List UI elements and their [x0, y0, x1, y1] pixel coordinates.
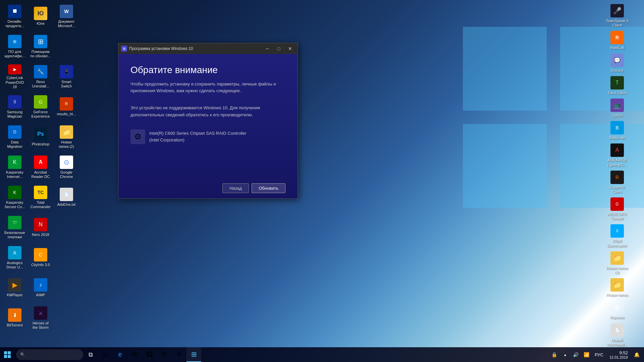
notifications-icon[interactable]: 🔔 [632, 347, 641, 362]
icon-img-kmplayer: ▶ [8, 278, 21, 292]
volume-icon[interactable]: 🔊 [571, 347, 581, 362]
desktop-icon-xsplit[interactable]: XXSplit Gamecaster [593, 223, 641, 249]
desktop-icon-addons[interactable]: 📄AddOns.txt [54, 184, 78, 211]
icon-img-auslogics: A [8, 246, 21, 259]
desktop-icon-totalcmd[interactable]: TCTotal Commander [29, 184, 53, 211]
desktop-icon-bittorrent[interactable]: ⬇BitTorrent [3, 304, 27, 332]
icon-label-revo: Revo Uninstall... [30, 80, 51, 88]
desktop-icon-smartswitch[interactable]: 📱Smart Switch [54, 63, 78, 90]
clock-time: 9:52 [609, 350, 628, 355]
desktop-icons-area: 🅰Онлайн-продукта...ЮЮляWДокумент Microso… [0, 0, 77, 275]
icon-label-kaspersky2: Kaspersky Secure Co... [4, 200, 25, 209]
network-wifi-icon[interactable]: 📶 [582, 347, 591, 362]
desktop-icon-discord[interactable]: 💬Discord [593, 52, 641, 74]
icon-label-addons: AddOns.txt [57, 202, 75, 207]
search-icon: 🔍 [20, 352, 25, 357]
desktop-icon-auslogics[interactable]: AAuslogics Driver U... [3, 244, 27, 272]
icon-img-twitch: 📺 [610, 99, 624, 112]
desktop-icon-acrobat[interactable]: AAcrobat Reader DC [29, 154, 53, 181]
icon-label-kmplayer: KMPlayer [7, 293, 23, 297]
desktop-icon-chrome[interactable]: ⊙Google Chrome [54, 154, 78, 181]
desktop-icon-julia[interactable]: ЮЮля [29, 3, 53, 30]
icon-img-nero: N [34, 218, 47, 231]
desktop-icon-aura[interactable]: AAURA RGB Lighting C... [593, 142, 641, 168]
desktop-icon-cyberlink[interactable]: ▶CyberLink PowerDVD 18 [3, 63, 27, 90]
desktop-icon-battlenet[interactable]: BBattle.net [593, 120, 641, 141]
desktop-icon-tukui[interactable]: TTukui Client [593, 75, 641, 97]
desktop-icon-word[interactable]: WДокумент Microsof... [54, 3, 78, 30]
taskbar-photos[interactable]: 🖼 [142, 347, 157, 362]
taskbar-store[interactable]: 🛍 [127, 347, 142, 362]
incompatible-device-item: ⚙ Intel(R) C600 Series Chipset SAS RAID … [130, 127, 285, 147]
desktop-icon-data[interactable]: DData Migration [3, 123, 27, 151]
desktop-icon-asusgpu[interactable]: GASUS GPU Tweakll [593, 196, 641, 222]
icon-label-aimp: AIMP [36, 293, 45, 297]
dialog-maximize-button[interactable]: □ [274, 44, 283, 53]
icon-label-twitch: Twitch [612, 113, 622, 118]
taskbar-search[interactable]: 🔍 [16, 349, 83, 360]
device-info: Intel(R) C600 Series Chipset SAS RAID Co… [149, 130, 247, 143]
icon-img-acrobat: A [34, 156, 47, 169]
desktop-icon-raiderio[interactable]: RRaiderIO Client [593, 169, 641, 195]
icon-img-folder-new: 📁 [60, 125, 73, 139]
start-button[interactable] [0, 347, 15, 362]
system-clock[interactable]: 9:52 12.01.2019 [607, 350, 631, 359]
icon-label-kaspersky: Kaspersky Internet... [4, 170, 25, 179]
icon-label-bittorrent: BitTorrent [7, 323, 22, 327]
desktop-icon-newfolder3[interactable]: 📁Новая папка (3) [593, 250, 641, 276]
desktop-icon-windows-helper[interactable]: ⊞Помощник по обновл... [29, 33, 53, 60]
icon-img-tukui: T [610, 76, 624, 89]
device-vendor: (Intel Corporation) [149, 137, 247, 143]
taskbar-apps: ⧉ 🗂 e 🛍 🖼 ⊙ ✈ ⊞ [83, 347, 550, 362]
dialog-minimize-button[interactable]: ─ [263, 44, 272, 53]
desktop-icon-revo[interactable]: 🔧Revo Uninstall... [29, 63, 53, 90]
desktop-icon-bezop[interactable]: 🛡Безопасные платежи [3, 214, 27, 241]
desktop-icon-kaspersky2[interactable]: KKaspersky Secure Co... [3, 184, 27, 211]
taskbar-windows-setup[interactable]: ⊞ [186, 347, 201, 362]
desktop-icon-cityinfo[interactable]: CCityInfo 3.0 [29, 244, 53, 272]
icon-label-raiderio: RaiderIO Client [606, 185, 629, 194]
desktop-icon-kmplayer[interactable]: ▶KMPlayer [3, 274, 27, 302]
language-indicator[interactable]: РУС [593, 352, 605, 357]
icon-label-newtxt: Новый текстовый... [606, 338, 629, 347]
tray-up-arrow[interactable]: ▲ [560, 347, 570, 362]
desktop-icon-newtxt[interactable]: 📄Новый текстовый... [593, 322, 641, 348]
desktop-icon-aimp[interactable]: ♪AIMP [29, 274, 53, 302]
svg-rect-7 [8, 355, 11, 358]
taskbar-telegram[interactable]: ✈ [172, 347, 186, 362]
desktop-icon-photoshop[interactable]: PsPhotoshop [29, 123, 53, 151]
icon-img-geforce: G [34, 95, 47, 109]
icon-img-photoshop: Ps [34, 127, 47, 141]
network-icon[interactable]: 🔒 [550, 347, 559, 362]
icon-img-addons: 📄 [60, 188, 73, 201]
desktop-icon-kaspersky[interactable]: KKaspersky Internet... [3, 154, 27, 181]
desktop-icon-recycle[interactable]: 🗑Корзина [593, 299, 641, 321]
desktop-icon-raidcall[interactable]: RRaidCall [593, 29, 641, 51]
desktop-icon-nero[interactable]: NNero 2018 [29, 214, 53, 241]
icon-label-photoshop: Photoshop [32, 142, 50, 146]
taskbar-explorer[interactable]: 🗂 [98, 347, 113, 362]
dialog-title-text: Программа установки Windows 10 [129, 46, 261, 51]
task-view-button[interactable]: ⧉ [83, 347, 98, 362]
back-button[interactable]: Назад [222, 183, 249, 193]
icon-label-acrobat: Acrobat Reader DC [30, 170, 51, 179]
icon-img-chrome: ⊙ [60, 156, 73, 169]
desktop-icon-online-product[interactable]: 🅰Онлайн-продукта... [3, 3, 27, 30]
icon-label-nero: Nero 2018 [32, 233, 49, 237]
desktop-icon-folder-new[interactable]: 📁Новая папка (2) [54, 123, 78, 151]
desktop-icon-po-obnovl[interactable]: ⊞ПО для идентифи... [3, 33, 27, 60]
desktop-icon-newfolder_plain[interactable]: 📁Новая папка [593, 277, 641, 299]
desktop-icon-heroes[interactable]: ⚔Heroes of the Storm [29, 304, 53, 332]
desktop-icon-results[interactable]: Rresults_ht... [54, 93, 78, 121]
dialog-close-button[interactable]: ✕ [285, 44, 295, 53]
desktop-icon-twitch[interactable]: 📺Twitch [593, 97, 641, 119]
taskbar-right: 🔒 ▲ 🔊 📶 РУС 9:52 12.01.2019 🔔 [550, 347, 644, 362]
desktop-icon-geforce[interactable]: GGeForce Experience [29, 93, 53, 121]
icon-label-smartswitch: Smart Switch [56, 80, 77, 88]
desktop-icon-samsung[interactable]: SSamsung Magician [3, 93, 27, 121]
icon-img-asusgpu: G [610, 197, 624, 211]
taskbar-ie[interactable]: e [113, 347, 127, 362]
taskbar-opera[interactable]: ⊙ [157, 347, 172, 362]
desktop-icon-teamspeak[interactable]: 🎤TeamSpeak 3 Client [593, 3, 641, 29]
update-button[interactable]: Обновить [252, 183, 285, 193]
